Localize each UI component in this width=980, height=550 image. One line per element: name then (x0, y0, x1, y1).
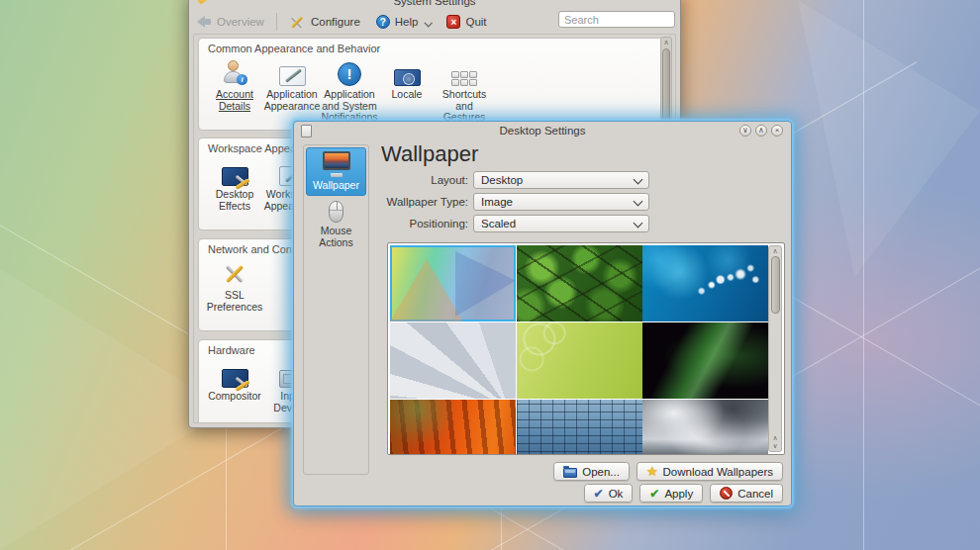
scrollbar-thumb[interactable] (771, 256, 780, 314)
chevron-down-icon (634, 197, 643, 207)
wallpaper-thumbnail-autumn-leaves[interactable] (390, 400, 516, 455)
scroll-up-icon[interactable]: ∧ (769, 247, 781, 255)
module-notifications[interactable]: ! Application and System Notifications (319, 58, 380, 124)
folder-icon (563, 468, 577, 478)
back-arrow-icon (197, 16, 212, 28)
check-icon: ✔ (649, 488, 659, 500)
scroll-up-icon[interactable]: ∧ (661, 39, 671, 46)
module-ssl-preferences[interactable]: SSL Preferences (204, 259, 265, 313)
wallpaper-thumbnail-kde-default[interactable] (390, 245, 516, 321)
page-title: Wallpaper (381, 141, 478, 167)
quit-button[interactable]: × Quit (439, 11, 494, 33)
dialog-sidebar: Wallpaper Mouse Actions (303, 144, 369, 475)
chevron-down-icon (634, 175, 643, 185)
scroll-up-icon[interactable]: ∧ (769, 434, 781, 442)
configure-button[interactable]: Configure (281, 11, 368, 33)
desktop-background: System Settings Overview Configure ? Hel… (0, 0, 980, 550)
dialog-title: Desktop Settings (294, 125, 791, 137)
wallpaper-grid-panel: ∧ ∧ ∨ (387, 242, 785, 455)
close-window-button[interactable]: × (771, 125, 783, 137)
check-icon: ✔ (594, 488, 604, 500)
monitor-wallpaper-icon (321, 151, 352, 177)
wallpaper-thumbnail-aurora[interactable] (642, 322, 768, 399)
sidebar-item-wallpaper[interactable]: Wallpaper (306, 147, 366, 196)
cancel-icon (720, 487, 733, 500)
wallpaper-grid-scrollbar[interactable]: ∧ ∧ ∨ (768, 245, 782, 452)
notepad-pencil-icon (279, 66, 306, 86)
wallpaper-thumbnail-green-circles[interactable] (517, 322, 642, 399)
group-title: Common Appearance and Behavior (208, 43, 380, 54)
sidebar-item-mouse-actions[interactable]: Mouse Actions (306, 198, 366, 252)
wallpaper-type-select[interactable]: Image (473, 193, 649, 211)
maximize-window-button[interactable]: ∧ (755, 125, 767, 137)
screen-tools-icon (222, 369, 248, 388)
wrench-icon (289, 14, 306, 30)
wallpaper-thumbnail-stormy-clouds[interactable] (642, 400, 768, 455)
module-shortcuts-gestures[interactable]: Shortcuts and Gestures (434, 58, 495, 124)
system-settings-title: System Settings (189, 0, 680, 7)
quit-icon: × (446, 15, 460, 29)
search-input[interactable] (558, 11, 675, 28)
group-common-appearance: Common Appearance and Behavior i Account… (198, 38, 663, 131)
help-icon: ? (376, 15, 390, 29)
crossed-tools-icon (222, 261, 247, 287)
wallpaper-facet-line (863, 0, 864, 550)
keyboard-keys-icon (451, 71, 477, 86)
scroll-down-icon[interactable]: ∨ (769, 442, 781, 450)
screen-tools-icon (222, 167, 248, 186)
wallpaper-grid (390, 245, 769, 452)
wallpaper-thumbnail-gray-rays[interactable] (390, 322, 516, 399)
flag-icon (394, 69, 421, 86)
mouse-icon (329, 201, 343, 223)
wallpaper-thumbnail-blue-bokeh[interactable] (642, 245, 768, 321)
system-settings-titlebar[interactable]: System Settings (189, 0, 680, 9)
positioning-label: Positioning: (381, 215, 468, 232)
overview-button[interactable]: Overview (189, 11, 272, 33)
wallpaper-type-label: Wallpaper Type: (381, 193, 468, 211)
module-locale[interactable]: Locale (376, 58, 438, 101)
chevron-down-icon (425, 19, 433, 27)
chevron-down-icon (634, 219, 643, 229)
help-button[interactable]: ? Help (368, 11, 440, 33)
ok-button[interactable]: ✔ Ok (584, 484, 634, 503)
module-application-appearance[interactable]: Application Appearance (261, 58, 323, 112)
notification-exclamation-icon: ! (338, 62, 361, 86)
dialog-titlebar[interactable]: Desktop Settings ∨ ∧ × (294, 122, 791, 140)
shade-window-button[interactable]: ∨ (739, 125, 751, 137)
wallpaper-thumbnail-green-leaves[interactable] (517, 245, 642, 321)
cancel-button[interactable]: Cancel (710, 484, 783, 503)
star-icon: ★ (646, 465, 658, 478)
layout-label: Layout: (381, 171, 468, 189)
toolbar-separator (276, 13, 277, 31)
open-button[interactable]: Open... (553, 462, 630, 481)
layout-select[interactable]: Desktop (473, 171, 649, 189)
positioning-select[interactable]: Scaled (473, 215, 649, 232)
wallpaper-thumbnail-blue-tiles[interactable] (517, 400, 642, 455)
module-desktop-effects[interactable]: Desktop Effects (204, 158, 265, 212)
group-title: Hardware (208, 344, 255, 356)
download-wallpapers-button[interactable]: ★ Download Wallpapers (637, 462, 783, 481)
apply-button[interactable]: ✔ Apply (639, 484, 703, 503)
module-account-details[interactable]: i Account Details (204, 58, 265, 112)
user-account-icon: i (222, 60, 247, 86)
module-compositor[interactable]: Compositor (204, 360, 265, 403)
desktop-settings-dialog: Desktop Settings ∨ ∧ × Wallpaper Mouse A… (293, 121, 792, 506)
